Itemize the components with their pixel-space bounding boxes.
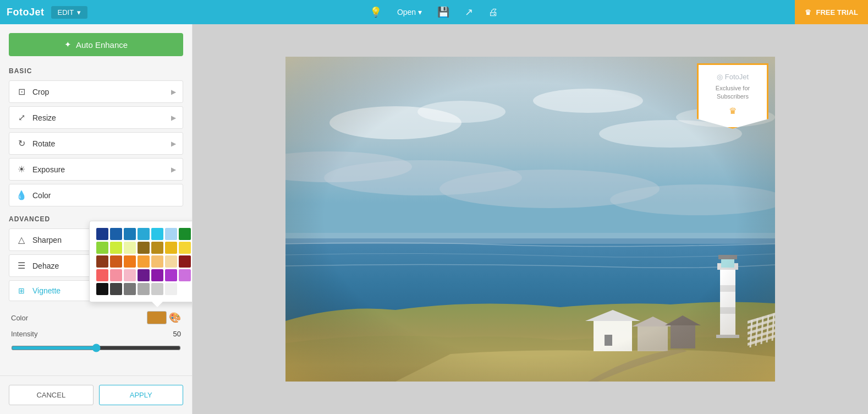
tool-exposure[interactable]: ☀ Exposure ▶ <box>9 158 183 181</box>
color-swatch[interactable] <box>151 269 163 281</box>
color-swatch[interactable] <box>96 269 108 281</box>
rotate-icon: ↻ <box>16 138 27 149</box>
color-swatch[interactable] <box>96 242 108 254</box>
color-swatch[interactable] <box>165 269 177 281</box>
vignette-color-label: Color <box>11 314 28 322</box>
vignette-intensity-value: 50 <box>173 330 181 338</box>
color-swatch[interactable] <box>96 283 108 295</box>
color-swatch[interactable] <box>124 242 136 254</box>
exposure-icon: ☀ <box>16 164 27 175</box>
color-swatch[interactable] <box>124 269 136 281</box>
vignette-color-preview[interactable] <box>147 311 167 324</box>
watermark-text: Exclusive for Subscribers <box>708 84 757 101</box>
color-swatch[interactable] <box>138 228 150 240</box>
resize-icon: ⤢ <box>16 112 27 123</box>
color-swatch[interactable] <box>179 255 191 268</box>
dehaze-icon: ☰ <box>16 260 27 271</box>
color-swatch[interactable] <box>151 283 163 295</box>
color-swatch[interactable] <box>138 242 150 254</box>
color-swatch[interactable] <box>151 242 163 254</box>
color-swatch[interactable] <box>110 228 122 240</box>
crop-arrow-icon: ▶ <box>171 88 176 96</box>
color-swatch[interactable] <box>165 242 177 254</box>
rotate-label: Rotate <box>32 139 55 148</box>
sharpen-icon: △ <box>16 235 27 245</box>
color-control-row: Color 🎨 <box>11 311 181 324</box>
lighthouse-photo: ◎ FotoJet Exclusive for Subscribers ♛ <box>285 57 775 382</box>
color-swatch[interactable] <box>124 228 136 240</box>
watermark-logo: ◎ FotoJet <box>708 73 757 81</box>
sharpen-label: Sharpen <box>32 236 62 244</box>
color-swatch[interactable] <box>165 255 177 268</box>
color-swatch[interactable] <box>165 228 177 240</box>
vignette-label: Vignette <box>32 286 61 295</box>
sparkle-icon: ✦ <box>64 40 72 50</box>
color-swatch[interactable] <box>138 269 150 281</box>
color-swatch[interactable] <box>96 255 108 268</box>
color-swatch[interactable] <box>96 228 108 240</box>
color-drop-icon: 💧 <box>16 190 27 200</box>
intensity-control-row: Intensity 50 <box>11 330 181 338</box>
dehaze-label: Dehaze <box>32 262 59 270</box>
crop-label: Crop <box>32 88 49 96</box>
print-icon[interactable]: 🖨 <box>488 7 498 18</box>
color-swatch[interactable] <box>179 228 191 240</box>
color-swatch[interactable] <box>110 283 122 295</box>
crown-icon: ♛ <box>805 8 811 17</box>
vignette-controls: Color 🎨 Intensity 50 <box>9 304 183 361</box>
sidebar-inner: ✦ Auto Enhance BASIC ⊡ Crop ▶ ⤢ Resize ▶ <box>0 24 192 375</box>
edit-dropdown-button[interactable]: EDIT ▾ <box>51 6 88 19</box>
action-buttons: CANCEL APPLY <box>0 375 192 414</box>
canvas-area: ◀ <box>193 24 868 414</box>
color-swatch[interactable] <box>124 255 136 268</box>
lightbulb-icon[interactable]: 💡 <box>370 6 382 18</box>
popup-arrow <box>152 302 163 307</box>
watermark-fotojet-icon: ◎ <box>717 73 723 81</box>
chevron-down-icon: ▾ <box>77 8 81 17</box>
resize-arrow-icon: ▶ <box>171 114 176 122</box>
color-swatch[interactable] <box>179 242 191 254</box>
vignette-intensity-label: Intensity <box>11 330 37 338</box>
exposure-arrow-icon: ▶ <box>171 166 176 173</box>
color-swatch[interactable] <box>110 255 122 268</box>
free-trial-button[interactable]: ♛ FREE TRIAL <box>795 0 868 24</box>
header-center-controls: 💡 Open ▾ 💾 ↗ 🖨 <box>370 6 498 18</box>
save-icon[interactable]: 💾 <box>437 6 449 18</box>
color-swatch[interactable] <box>138 255 150 268</box>
color-swatch[interactable] <box>110 269 122 281</box>
color-swatch[interactable] <box>165 283 177 295</box>
color-label: Color <box>32 191 51 200</box>
vignette-icon: ⊞ <box>16 286 27 295</box>
color-wheel-icon[interactable]: 🎨 <box>169 312 181 324</box>
sidebar: ✦ Auto Enhance BASIC ⊡ Crop ▶ ⤢ Resize ▶ <box>0 24 193 414</box>
color-swatch[interactable] <box>124 283 136 295</box>
color-swatch[interactable] <box>179 269 191 281</box>
tool-crop[interactable]: ⊡ Crop ▶ <box>9 80 183 103</box>
apply-button[interactable]: APPLY <box>99 385 184 405</box>
open-chevron-icon: ▾ <box>418 8 422 17</box>
share-icon[interactable]: ↗ <box>465 6 473 18</box>
watermark: ◎ FotoJet Exclusive for Subscribers ♛ <box>697 63 768 129</box>
auto-enhance-button[interactable]: ✦ Auto Enhance <box>9 33 183 56</box>
app-logo: FotoJet <box>7 7 45 18</box>
color-swatch[interactable] <box>151 255 163 268</box>
tool-rotate[interactable]: ↻ Rotate ▶ <box>9 132 183 155</box>
crop-icon: ⊡ <box>16 86 27 97</box>
color-grid <box>96 228 193 295</box>
basic-section-title: BASIC <box>9 67 183 75</box>
watermark-crown-icon: ♛ <box>708 106 757 116</box>
app-header: FotoJet EDIT ▾ 💡 Open ▾ 💾 ↗ 🖨 ♛ FREE TRI… <box>0 0 868 24</box>
tool-color[interactable]: 💧 Color <box>9 184 183 206</box>
color-swatch[interactable] <box>151 228 163 240</box>
color-swatch[interactable] <box>138 283 150 295</box>
open-button[interactable]: Open ▾ <box>397 8 422 17</box>
color-picker-popup <box>89 221 193 302</box>
cancel-button[interactable]: CANCEL <box>9 385 94 405</box>
intensity-slider-row <box>11 344 181 352</box>
main-content: ✦ Auto Enhance BASIC ⊡ Crop ▶ ⤢ Resize ▶ <box>0 24 868 414</box>
photo-container: ◎ FotoJet Exclusive for Subscribers ♛ <box>285 57 775 382</box>
exposure-label: Exposure <box>32 165 65 174</box>
intensity-slider[interactable] <box>11 344 181 352</box>
color-swatch[interactable] <box>110 242 122 254</box>
tool-resize[interactable]: ⤢ Resize ▶ <box>9 106 183 129</box>
